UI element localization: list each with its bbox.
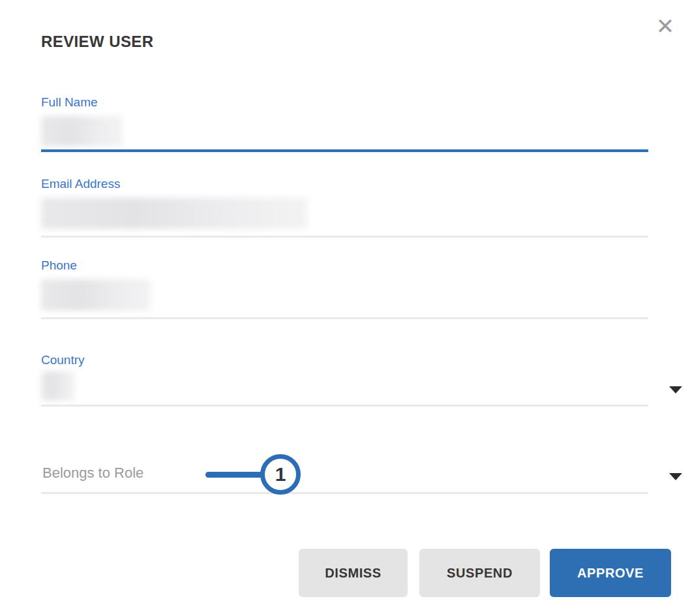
phone-redacted-value[interactable] [41,279,151,311]
suspend-button[interactable]: SUSPEND [419,549,540,597]
dismiss-button[interactable]: DISMISS [299,549,408,597]
country-redacted-value[interactable] [41,371,75,401]
annotation-step-badge: 1 [260,454,301,495]
field-belongs-to-role[interactable]: Belongs to Role [41,465,648,495]
field-full-name: Full Name [41,95,648,153]
field-phone: Phone [41,258,648,320]
dropdown-caret-icon[interactable] [669,386,682,393]
belongs-to-role-placeholder: Belongs to Role [42,465,143,482]
field-country[interactable]: Country [41,353,648,408]
email-underline [41,236,648,238]
country-underline [41,405,648,407]
phone-underline [41,317,648,319]
country-label: Country [41,353,648,367]
email-redacted-value[interactable] [41,198,307,229]
full-name-underline [41,149,648,152]
dropdown-caret-icon[interactable] [669,473,682,480]
role-underline [41,492,648,494]
close-icon[interactable]: ✕ [651,12,680,40]
review-user-dialog: REVIEW USER ✕ Full Name Email Address Ph… [0,0,690,616]
email-label: Email Address [41,177,648,191]
dialog-title: REVIEW USER [41,33,153,51]
full-name-label: Full Name [41,95,648,110]
annotation-pointer-line [205,472,265,478]
field-email: Email Address [41,177,648,238]
annotation-number: 1 [275,463,286,485]
phone-label: Phone [41,258,648,273]
approve-button[interactable]: APPROVE [550,549,671,597]
full-name-redacted-value[interactable] [41,116,123,146]
